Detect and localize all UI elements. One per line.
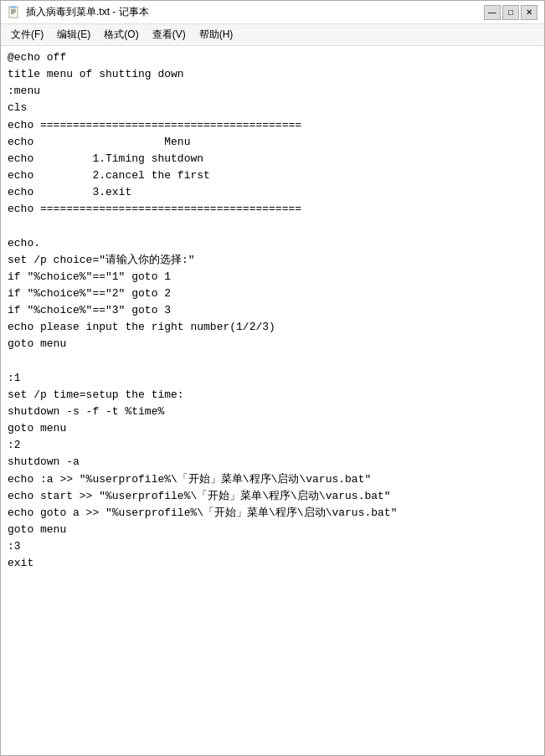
notepad-icon: [8, 6, 21, 19]
menu-edit[interactable]: 编辑(E): [50, 26, 97, 44]
text-content[interactable]: @echo off title menu of shutting down :m…: [1, 46, 544, 755]
minimize-button[interactable]: —: [484, 5, 501, 20]
window-title: 插入病毒到菜单.txt - 记事本: [26, 5, 479, 19]
svg-rect-1: [11, 6, 16, 8]
menu-bar: 文件(F) 编辑(E) 格式(O) 查看(V) 帮助(H): [1, 24, 544, 46]
menu-file[interactable]: 文件(F): [4, 26, 50, 44]
menu-view[interactable]: 查看(V): [146, 26, 193, 44]
menu-format[interactable]: 格式(O): [97, 26, 145, 44]
title-bar: 插入病毒到菜单.txt - 记事本 — □ ✕: [1, 1, 544, 24]
menu-help[interactable]: 帮助(H): [193, 26, 240, 44]
maximize-button[interactable]: □: [502, 5, 519, 20]
notepad-window: 插入病毒到菜单.txt - 记事本 — □ ✕ 文件(F) 编辑(E) 格式(O…: [0, 0, 545, 756]
window-controls: — □ ✕: [484, 5, 537, 20]
close-button[interactable]: ✕: [521, 5, 537, 20]
